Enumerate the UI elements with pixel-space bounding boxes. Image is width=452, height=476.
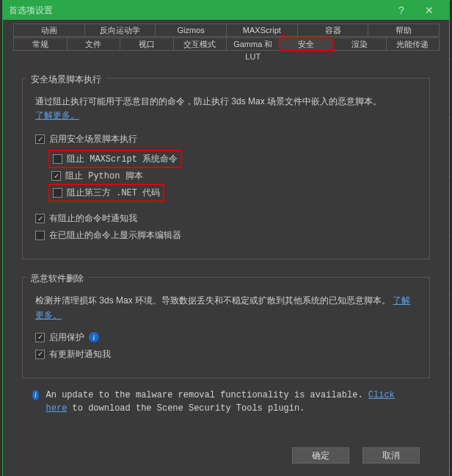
group1-title: 安全场景脚本执行	[26, 73, 106, 86]
cb-notify-update-label: 有更新时通知我	[49, 348, 111, 361]
info-icon: i	[32, 390, 39, 400]
close-button[interactable]: ✕	[415, 4, 443, 16]
group1-desc: 通过阻止执行可能用于恶意目的的命令，防止执行 3ds Max 场景文件中嵌入的恶…	[35, 95, 417, 123]
preferences-window: 首选项设置 ? ✕ 动画 反向运动学 Gizmos MAXScript 容器 帮…	[2, 0, 450, 476]
content-panel: 安全场景脚本执行 通过阻止执行可能用于恶意目的的命令，防止执行 3ds Max …	[3, 53, 449, 476]
group2-title: 恶意软件删除	[26, 273, 88, 285]
cb-notify-update[interactable]	[35, 350, 45, 359]
info-icon[interactable]: i	[89, 332, 99, 342]
tab-animation[interactable]: 动画	[13, 24, 85, 37]
tab-radiosity[interactable]: 光能传递	[386, 37, 440, 51]
cb-show-script-editor[interactable]	[35, 231, 45, 240]
update-notice: i An update to the malware removal funct…	[22, 386, 430, 418]
cb-block-python-label: 阻止 Python 脚本	[65, 170, 143, 182]
ok-button[interactable]: 确定	[292, 447, 349, 464]
titlebar: 首选项设置 ? ✕	[3, 1, 449, 20]
tab-render[interactable]: 渲染	[332, 37, 387, 51]
update-text-b: to download the Scene Security Tools plu…	[67, 403, 305, 414]
help-button[interactable]: ?	[387, 4, 415, 16]
cb-notify-on-block[interactable]	[35, 214, 45, 223]
tab-viewport[interactable]: 视口	[120, 37, 174, 51]
highlight-block-dotnet: 阻止第三方 .NET 代码	[51, 187, 161, 199]
tab-gizmos[interactable]: Gizmos	[155, 24, 227, 37]
tab-help[interactable]: 帮助	[368, 24, 440, 37]
cb-notify-on-block-label: 有阻止的命令时通知我	[49, 212, 137, 225]
tab-interaction[interactable]: 交互模式	[173, 37, 227, 51]
tab-security[interactable]: 安全	[280, 37, 334, 51]
highlight-block-maxscript: 阻止 MAXScript 系统命令	[51, 153, 179, 165]
tab-gamma[interactable]: Gamma 和 LUT	[226, 37, 280, 51]
cb-block-python[interactable]	[51, 171, 61, 181]
tabs: 动画 反向运动学 Gizmos MAXScript 容器 帮助 常规 文件 视口…	[3, 20, 449, 53]
cb-block-maxscript[interactable]	[53, 154, 62, 164]
cb-enable-protection-label: 启用保护	[49, 331, 84, 344]
group-malware-removal: 恶意软件删除 检测并清理损坏 3ds Max 环境、导致数据丢失和不稳定或扩散到…	[22, 267, 430, 378]
window-title: 首选项设置	[9, 4, 387, 17]
cb-show-script-editor-label: 在已阻止的命令上显示脚本编辑器	[49, 229, 181, 242]
tab-row-1: 动画 反向运动学 Gizmos MAXScript 容器 帮助	[13, 24, 439, 37]
tab-ik[interactable]: 反向运动学	[84, 24, 156, 37]
cancel-button[interactable]: 取消	[362, 447, 420, 464]
tab-general[interactable]: 常规	[13, 37, 68, 51]
tab-containers[interactable]: 容器	[297, 24, 369, 37]
cb-block-dotnet[interactable]	[53, 188, 62, 198]
tab-row-2: 常规 文件 视口 交互模式 Gamma 和 LUT 安全 渲染 光能传递	[13, 37, 439, 51]
cb-block-maxscript-label: 阻止 MAXScript 系统命令	[67, 153, 178, 165]
group-safe-scene-script: 安全场景脚本执行 通过阻止执行可能用于恶意目的的命令，防止执行 3ds Max …	[22, 68, 430, 259]
group1-learn-more[interactable]: 了解更多。	[35, 110, 79, 120]
group2-desc: 检测并清理损坏 3ds Max 环境、导致数据丢失和不稳定或扩散到其他系统的已知…	[35, 294, 417, 322]
update-text-a: An update to the malware removal functio…	[46, 390, 368, 400]
cb-enable-safe-script-label: 启用安全场景脚本执行	[49, 133, 137, 145]
tab-files[interactable]: 文件	[67, 37, 121, 51]
cb-enable-safe-script[interactable]	[35, 134, 45, 144]
cb-enable-protection[interactable]	[35, 333, 45, 342]
cb-block-dotnet-label: 阻止第三方 .NET 代码	[67, 187, 160, 199]
tab-maxscript[interactable]: MAXScript	[226, 24, 298, 37]
dialog-buttons: 确定 取消	[22, 418, 430, 471]
